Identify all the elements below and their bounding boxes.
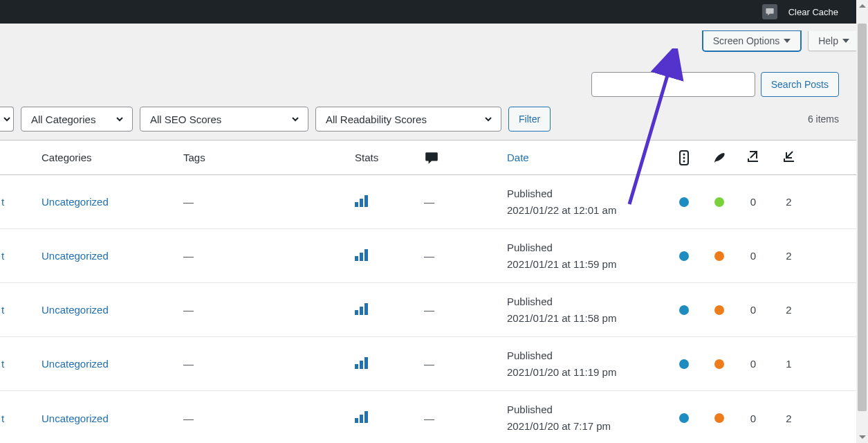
category-link[interactable]: Uncategorized: [41, 196, 109, 208]
adminbar-clear-cache[interactable]: Clear Cache: [783, 0, 844, 24]
seo-score-cell: [666, 251, 702, 261]
col-tags[interactable]: Tags: [183, 152, 355, 163]
seo-dot-icon: [679, 413, 689, 423]
filter-button[interactable]: Filter: [508, 107, 551, 132]
search-posts-button[interactable]: Search Posts: [761, 72, 839, 97]
post-title-stub[interactable]: t: [0, 413, 14, 424]
stats-cell[interactable]: [355, 303, 424, 317]
comments-cell: —: [424, 250, 507, 262]
table-header: Categories Tags Stats Date: [0, 141, 868, 175]
items-count: 6 items: [808, 114, 839, 125]
incoming-links-cell: 1: [770, 358, 808, 370]
categories-dropdown[interactable]: All Categories: [21, 107, 133, 132]
readability-dot-icon: [714, 413, 724, 423]
col-seo-score[interactable]: [666, 150, 702, 165]
tags-cell: —: [183, 304, 355, 316]
incoming-links-cell: 2: [770, 250, 808, 262]
scroll-up-arrow[interactable]: [856, 0, 868, 12]
chevron-down-icon: [1, 114, 12, 125]
bars-icon: [355, 357, 368, 369]
outgoing-link-icon: [746, 149, 761, 164]
col-categories[interactable]: Categories: [14, 152, 183, 163]
clear-cache-label: Clear Cache: [788, 7, 838, 17]
seo-score-cell: [666, 197, 702, 207]
tags-cell: —: [183, 250, 355, 262]
seo-score-cell: [666, 413, 702, 423]
svg-point-2: [683, 156, 685, 159]
date-cell: Published2021/01/21 at 11:58 pm: [507, 293, 666, 327]
col-incoming-links[interactable]: [770, 149, 808, 166]
readability-dot-icon: [714, 305, 724, 315]
readability-cell: [702, 413, 737, 423]
stats-cell[interactable]: [355, 357, 424, 371]
bars-icon: [355, 249, 368, 261]
post-title-stub[interactable]: t: [0, 196, 14, 208]
readability-dot-icon: [714, 251, 724, 261]
caret-down-icon: [842, 39, 849, 43]
search-input[interactable]: [591, 72, 755, 97]
category-link[interactable]: Uncategorized: [41, 304, 109, 316]
col-readability[interactable]: [702, 151, 737, 165]
comment-icon: [424, 150, 439, 165]
post-title-stub[interactable]: t: [0, 304, 14, 316]
date-cell: Published2021/01/22 at 12:01 am: [507, 186, 666, 219]
readability-dot-icon: [714, 359, 724, 369]
outgoing-links-cell: 0: [737, 250, 770, 262]
category-link[interactable]: Uncategorized: [41, 250, 109, 262]
screen-options-tab[interactable]: Screen Options: [703, 31, 802, 51]
table-row: t Uncategorized — — Published2021/01/20 …: [0, 337, 868, 391]
screen-options-label: Screen Options: [713, 35, 780, 46]
table-row: t Uncategorized — — Published2021/01/21 …: [0, 283, 868, 337]
table-row: t Uncategorized — — Published2021/01/22 …: [0, 175, 868, 229]
outgoing-links-cell: 0: [737, 413, 770, 424]
caret-down-icon: [784, 39, 791, 43]
comment-bubble-icon: [762, 4, 777, 19]
stats-cell[interactable]: [355, 411, 424, 425]
svg-point-1: [683, 153, 685, 155]
date-cell: Published2021/01/21 at 11:59 pm: [507, 239, 666, 273]
comments-cell: —: [424, 196, 507, 208]
seo-dot-icon: [679, 359, 689, 369]
comments-cell: —: [424, 413, 507, 424]
scroll-down-arrow[interactable]: [856, 431, 868, 443]
tags-cell: —: [183, 358, 355, 370]
post-title-stub[interactable]: t: [0, 250, 14, 262]
col-date[interactable]: Date: [507, 152, 666, 163]
incoming-links-cell: 2: [770, 304, 808, 316]
traffic-light-icon: [678, 150, 690, 165]
seo-dot-icon: [679, 251, 689, 261]
outgoing-links-cell: 0: [737, 196, 770, 208]
comments-cell: —: [424, 358, 507, 370]
incoming-links-cell: 2: [770, 413, 808, 424]
outgoing-links-cell: 0: [737, 304, 770, 316]
dropdown-partial[interactable]: [0, 107, 14, 132]
stats-cell[interactable]: [355, 249, 424, 263]
incoming-link-icon: [782, 149, 797, 164]
category-link[interactable]: Uncategorized: [41, 413, 109, 424]
table-row: t Uncategorized — — Published2021/01/21 …: [0, 229, 868, 283]
readability-cell: [702, 197, 737, 207]
categories-dd-label: All Categories: [31, 114, 95, 125]
readability-dot-icon: [714, 197, 724, 207]
col-outgoing-links[interactable]: [737, 149, 770, 166]
posts-table: Categories Tags Stats Date t Uncategoriz…: [0, 140, 868, 443]
scrollbar-thumb[interactable]: [858, 24, 867, 411]
post-title-stub[interactable]: t: [0, 358, 14, 370]
readability-scores-dropdown[interactable]: All Readability Scores: [315, 107, 501, 132]
col-comments[interactable]: [424, 150, 507, 165]
chevron-down-icon: [483, 114, 494, 125]
filter-row: All Categories All SEO Scores All Readab…: [0, 107, 868, 140]
readability-cell: [702, 305, 737, 315]
help-tab[interactable]: Help: [808, 31, 860, 51]
col-stats[interactable]: Stats: [355, 152, 424, 163]
tags-cell: —: [183, 413, 355, 424]
category-link[interactable]: Uncategorized: [41, 358, 109, 370]
scrollbar-track[interactable]: [856, 0, 868, 443]
adminbar-comments[interactable]: [757, 0, 783, 24]
stats-cell[interactable]: [355, 195, 424, 209]
read-dd-label: All Readability Scores: [326, 114, 427, 125]
outgoing-links-cell: 0: [737, 358, 770, 370]
seo-scores-dropdown[interactable]: All SEO Scores: [140, 107, 308, 132]
feather-icon: [712, 151, 726, 165]
help-label: Help: [818, 35, 838, 46]
